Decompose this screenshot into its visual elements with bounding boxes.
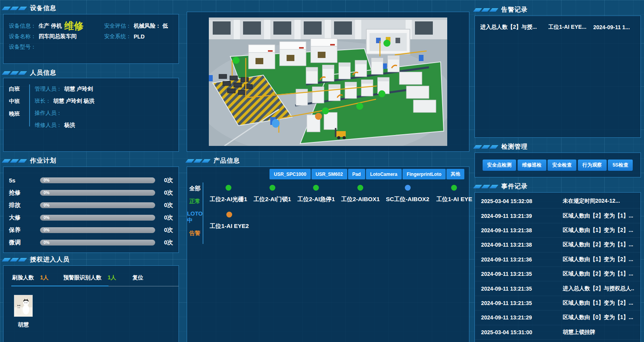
event-row[interactable]: 2025-03-04 15:32:08 未在规定时间2024-12... — [475, 194, 640, 209]
middle-column: 产品信息 USR_SPC1000 USR_SM602 Pad LotoCamer… — [187, 0, 469, 342]
section-marker-icon — [3, 159, 26, 163]
tab-loto[interactable]: LOTO中 — [187, 210, 203, 224]
progress-bar: 0% — [40, 227, 155, 233]
inspection-title: 检测管理 — [501, 143, 528, 151]
eye-count-badge: 1人 — [108, 274, 116, 281]
event-message: 未在规定时间2024-12... — [563, 198, 634, 205]
event-row[interactable]: 2024-09-11 13:21:38 区域人数由【2】变为【1】... — [475, 238, 640, 252]
person-card[interactable]: 胡慧 — [12, 295, 35, 328]
tab-normal[interactable]: 正常 — [189, 198, 201, 205]
filter-other-button[interactable]: 其他 — [446, 169, 464, 179]
plan-label: 5s — [6, 177, 40, 184]
reset-button[interactable]: 复位 — [133, 274, 144, 281]
status-dot-green — [357, 185, 363, 191]
tab-night-shift[interactable]: 晚班 — [9, 110, 27, 118]
event-message: 区域人数由【2】变为【1】... — [563, 270, 634, 277]
event-time: 2024-09-11 13:21:35 — [481, 300, 563, 306]
plan-row: 5s 0% 0次 — [6, 174, 173, 186]
tab-alarm[interactable]: 告警 — [189, 230, 201, 237]
event-message: 区域人数由【1】变为【2】... — [563, 300, 634, 307]
filter-usr-spc1000-button[interactable]: USR_SPC1000 — [270, 169, 310, 179]
device-info-header: 设备信息 — [3, 4, 56, 12]
section-marker-icon — [474, 145, 497, 149]
plan-label: 抢修 — [6, 189, 40, 196]
foreman-field: 班长： 胡慧 卢玲剑 杨洪 — [35, 96, 94, 106]
status-dot-orange — [315, 113, 322, 120]
safety-inspection-button[interactable]: 安全检查 — [548, 160, 576, 171]
event-records-header: 事件记录 — [474, 182, 528, 191]
operator-field: 操作人员： — [35, 108, 94, 118]
inspection-panel: 安全点检测 维修巡检 安全检查 行为观察 5S检查 — [474, 153, 641, 177]
product-info-header: 产品信息 — [187, 156, 240, 165]
plan-row: 排故 0% 0次 — [6, 199, 173, 211]
device-item[interactable]: 工位1-AI EYE — [436, 182, 473, 203]
status-dot-blue — [405, 185, 411, 191]
device-name: 工位1-AI EYE2 — [210, 223, 249, 230]
event-time: 2024-09-11 13:21:35 — [481, 271, 563, 277]
tab-eye-count[interactable]: 预警眼识别人数 — [63, 274, 102, 281]
plan-label: 微调 — [6, 239, 40, 246]
event-row[interactable]: 2024-09-11 13:21:35 区域人数由【2】变为【1】... — [475, 267, 640, 281]
filter-pad-button[interactable]: Pad — [348, 169, 365, 179]
device-name: 工位2-AIBOX1 — [341, 196, 380, 203]
device-item[interactable]: 工位1-AI EYE2 — [210, 209, 249, 230]
device-info-panel: 设备信息： 生产 停机 维修 安全评估： 机械风险： 低 设备名称： 四车间总装… — [3, 14, 179, 64]
event-time: 2024-09-11 13:21:29 — [481, 314, 563, 321]
device-item[interactable]: 工位2-AIBOX1 — [341, 182, 380, 203]
progress-bar: 0% — [40, 190, 155, 196]
alarm-row[interactable]: 进入总人数【2】与授... 工位1-AI EYE... 2024-09-11 1… — [475, 16, 640, 35]
tab-face-count[interactable]: 刷脸人数 — [12, 274, 34, 281]
work-plan-header: 作业计划 — [3, 156, 56, 165]
event-row[interactable]: 2024-09-11 13:21:36 区域人数由【1】变为【2】... — [475, 253, 640, 267]
device-info-title: 设备信息 — [30, 4, 56, 12]
status-dot-orange — [226, 212, 232, 217]
event-time: 2024-09-11 13:21:35 — [481, 286, 563, 292]
person-name: 胡慧 — [12, 321, 35, 328]
filter-fingerprintloto-button[interactable]: FingerprintLoto — [402, 169, 446, 179]
safety-system-label: 安全系统： — [104, 33, 131, 40]
filter-usr-sm602-button[interactable]: USR_SM602 — [312, 169, 347, 179]
device-item[interactable]: SC工位-AIBOX2 — [386, 182, 429, 203]
safety-point-check-button[interactable]: 安全点检测 — [483, 160, 516, 171]
work-plan-panel: 5s 0% 0次 抢修 0% 0次 排故 0% 0次 大修 0% 0次 — [3, 167, 179, 253]
device-name-value: 四车间总装车间 — [38, 33, 77, 40]
factory-3d-view[interactable] — [209, 18, 447, 146]
device-model-label: 设备型号： — [9, 44, 36, 51]
behavior-observation-button[interactable]: 行为观察 — [578, 160, 607, 171]
event-row[interactable]: 2024-09-11 13:21:29 区域人数由【0】变为【1】... — [475, 310, 640, 325]
filter-lotocamera-button[interactable]: LotoCamera — [366, 169, 402, 179]
section-marker-icon — [3, 7, 26, 10]
progress-percent: 0% — [40, 215, 49, 220]
alarm-records-panel: 进入总人数【2】与授... 工位1-AI EYE... 2024-09-11 1… — [474, 16, 641, 138]
safety-eval-value: 机械风险： 低 — [134, 23, 168, 30]
maintainer-value: 杨洪 — [64, 122, 75, 129]
event-row[interactable]: 2025-03-04 15:31:00 胡慧上锁挂牌 — [475, 325, 640, 340]
tab-day-shift[interactable]: 白班 — [9, 86, 27, 93]
tab-all[interactable]: 全部 — [189, 185, 201, 192]
5s-check-button[interactable]: 5S检查 — [608, 160, 633, 171]
foreman-value: 胡慧 卢玲剑 杨洪 — [53, 98, 94, 105]
section-marker-icon — [3, 71, 26, 75]
tab-middle-shift[interactable]: 中班 — [9, 98, 27, 105]
event-row[interactable]: 2024-09-11 13:21:38 区域人数由【1】变为【2】... — [475, 223, 640, 238]
maintenance-patrol-button[interactable]: 维修巡检 — [518, 160, 546, 171]
progress-bar: 0% — [40, 240, 155, 246]
event-row[interactable]: 2024-09-11 13:21:39 区域人数由【2】变为【1】... — [475, 209, 640, 223]
progress-percent: 0% — [40, 190, 49, 195]
operator-label: 操作人员： — [35, 110, 62, 117]
factory-view-panel — [187, 12, 469, 152]
section-marker-icon — [3, 258, 26, 261]
device-item[interactable]: 工位2-AI急停1 — [297, 182, 335, 203]
event-row[interactable]: 2024-09-11 13:21:35 区域人数由【1】变为【2】... — [475, 296, 640, 310]
status-dot-green — [313, 185, 319, 191]
device-item[interactable]: 工位2-AI门锁1 — [254, 182, 291, 203]
device-item[interactable]: 工位2-AI光栅1 — [210, 182, 247, 203]
manager-value: 胡慧 卢玲剑 — [64, 86, 93, 93]
authorized-header: 授权进入人员 — [3, 255, 70, 264]
face-count-badge: 1人 — [40, 274, 49, 281]
event-row[interactable]: 2024-09-11 13:21:35 进入总人数【2】与授权总人... — [475, 281, 640, 296]
personnel-header: 人员信息 — [3, 68, 56, 77]
foreman-label: 班长： — [35, 98, 51, 105]
device-status-label: 设备信息： — [9, 23, 36, 30]
product-status-tabs: 全部 正常 LOTO中 告警 — [187, 182, 203, 244]
